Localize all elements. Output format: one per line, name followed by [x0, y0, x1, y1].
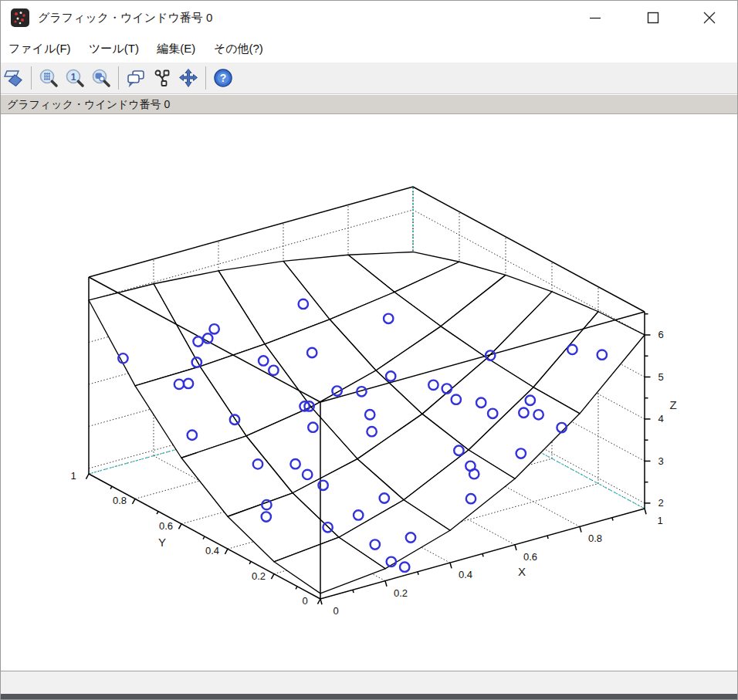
zoom-selection-button[interactable]	[89, 66, 113, 90]
tick-label: 3	[658, 455, 663, 467]
tick-label: 0.8	[588, 533, 602, 544]
help-button[interactable]: ?	[211, 66, 235, 90]
rotate-3d-icon	[4, 68, 24, 88]
tick-label: 0.2	[252, 570, 266, 582]
y-axis-label: Y	[158, 536, 166, 549]
pan-icon	[178, 68, 198, 88]
tick-label: 1	[657, 515, 662, 526]
toolbar: 1	[1, 63, 737, 94]
minimize-button[interactable]	[574, 1, 617, 35]
plot-3d-svg: 00.20.40.60.8100.20.40.60.8123456XYZ	[1, 116, 737, 671]
svg-text:?: ?	[220, 72, 227, 84]
x-axis-label: X	[518, 565, 526, 578]
status-bar	[1, 671, 737, 694]
window-bottom-edge	[1, 694, 737, 699]
datatip-icon	[126, 68, 146, 88]
tick-label: 0	[302, 595, 307, 607]
tick-label: 0.8	[113, 495, 127, 506]
tick-label: 4	[658, 413, 663, 424]
tick-label: 0.4	[205, 545, 219, 556]
original-view-icon: 1	[65, 68, 85, 88]
figure-infobar-text: グラフィック・ウインドウ番号 0	[7, 98, 170, 110]
help-icon: ?	[213, 68, 233, 88]
tick-label: 6	[658, 329, 663, 340]
pan-button[interactable]	[176, 66, 201, 90]
tick-label: 0.6	[159, 520, 173, 532]
maximize-button[interactable]	[631, 1, 675, 35]
tick-label: 0.4	[459, 569, 472, 580]
rotate-3d-button[interactable]	[2, 66, 26, 90]
zoom-area-icon	[39, 68, 59, 88]
scatter-point	[400, 562, 409, 571]
menu-bar: ファイル(F) ツール(T) 編集(E) その他(?)	[1, 35, 737, 63]
svg-text:1: 1	[71, 72, 76, 83]
toolbar-separator	[31, 66, 32, 90]
zoom-selection-icon	[91, 68, 111, 88]
tick-label: 2	[658, 497, 663, 509]
toolbar-separator	[205, 66, 206, 90]
menu-item-other[interactable]: その他(?)	[207, 35, 270, 63]
datatip-button[interactable]	[124, 66, 148, 90]
scilab-app-icon	[11, 8, 29, 27]
graphics-editor-icon	[152, 68, 172, 88]
original-view-button[interactable]: 1	[63, 66, 87, 90]
scilab-graphic-window: グラフィック・ウインドウ番号 0 ファイル(F) ツール(T) 編集(E) その…	[0, 0, 738, 700]
menu-item-tools[interactable]: ツール(T)	[82, 35, 146, 63]
tick-label: 0	[333, 605, 338, 617]
menu-item-file[interactable]: ファイル(F)	[2, 35, 78, 63]
tick-label: 5	[658, 371, 663, 383]
close-button[interactable]	[688, 1, 731, 35]
figure-infobar: グラフィック・ウインドウ番号 0	[1, 94, 737, 114]
tick-label: 0.2	[394, 587, 408, 599]
tick-label: 1	[70, 470, 76, 482]
plot-area[interactable]: 00.20.40.60.8100.20.40.60.8123456XYZ	[1, 116, 737, 671]
graphics-editor-button[interactable]	[150, 66, 174, 90]
menu-item-edit[interactable]: 編集(E)	[150, 35, 202, 63]
tick-label: 0.6	[523, 551, 537, 563]
window-title: グラフィック・ウインドウ番号 0	[38, 1, 212, 35]
zoom-area-button[interactable]	[36, 66, 61, 90]
title-bar: グラフィック・ウインドウ番号 0	[1, 1, 737, 35]
toolbar-separator	[118, 66, 119, 90]
z-axis-label: Z	[669, 398, 676, 411]
